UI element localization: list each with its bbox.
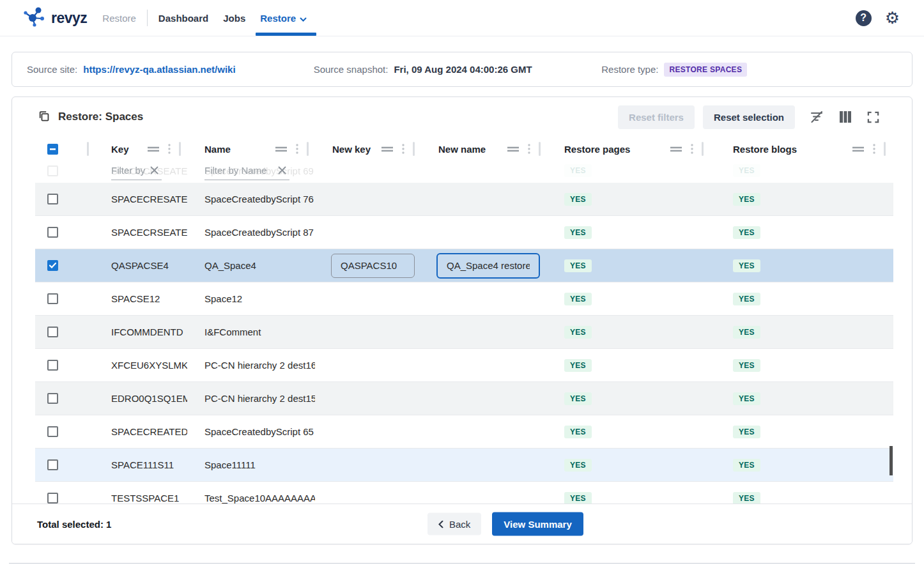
page-bottom-divider xyxy=(9,563,915,564)
clear-sort-icon[interactable] xyxy=(809,110,824,124)
row-name: Space11111 xyxy=(204,459,256,470)
row-checkbox[interactable] xyxy=(47,194,58,204)
fullscreen-icon[interactable] xyxy=(866,111,880,124)
row-checkbox[interactable] xyxy=(47,393,58,404)
drag-handle-icon[interactable] xyxy=(275,146,288,152)
row-name: Test_Space10AAAAAAAAAA xyxy=(204,493,315,504)
table-row[interactable]: XFCEU6XYSLMKC PC-CN hierarchy 2 dest16 Y… xyxy=(35,349,893,382)
restore-blogs-badge: YES xyxy=(733,326,760,339)
table-row[interactable]: SPACE111S11 Space11111 YES YES xyxy=(35,449,893,482)
brand-name: revyz xyxy=(51,10,87,27)
help-icon[interactable]: ? xyxy=(856,10,872,26)
restore-type-label: Restore type: xyxy=(601,64,658,75)
columns-icon[interactable] xyxy=(838,111,852,123)
key-filter-input[interactable] xyxy=(111,165,150,176)
column-divider[interactable] xyxy=(539,142,541,156)
row-checkbox[interactable] xyxy=(47,426,58,437)
column-divider[interactable] xyxy=(179,142,181,156)
row-key: SPACSE12 xyxy=(111,293,160,304)
clear-key-filter-icon[interactable] xyxy=(150,165,159,175)
table-row[interactable]: SPACECRESATED SpaceCreatedbyScript 76 YE… xyxy=(35,183,893,216)
row-name: SpaceCreatedbyScript 65 xyxy=(204,426,314,437)
new-name-input[interactable] xyxy=(436,253,540,279)
table-row[interactable]: SPACSE12 Space12 YES YES xyxy=(35,282,893,316)
filter-row: SPACECRSEATED SpaceCreatedbyScript 69 YE… xyxy=(35,158,893,183)
drag-handle-icon[interactable] xyxy=(852,146,865,152)
restore-pages-badge: YES xyxy=(564,259,592,272)
row-checkbox[interactable] xyxy=(47,260,58,271)
restore-type-group: Restore type: RESTORE SPACES xyxy=(601,63,912,77)
spaces-copy-icon xyxy=(37,109,50,125)
table-row[interactable]: SPACECRSEATED SpaceCreatedbyScript 87 YE… xyxy=(35,216,893,249)
row-checkbox[interactable] xyxy=(47,459,58,470)
column-menu-icon[interactable] xyxy=(873,144,875,154)
column-divider[interactable] xyxy=(307,142,309,156)
table-row[interactable]: SPACECREATEDB SpaceCreatedbyScript 65 YE… xyxy=(35,415,893,449)
column-menu-icon[interactable] xyxy=(296,144,298,154)
tab-restore[interactable]: Restore xyxy=(260,0,307,36)
restore-blogs-badge: YES xyxy=(733,459,760,472)
row-name: Space12 xyxy=(204,293,242,304)
row-checkbox[interactable] xyxy=(47,227,58,238)
tab-jobs[interactable]: Jobs xyxy=(223,0,245,36)
restore-blogs-badge: YES xyxy=(733,392,760,405)
chevron-left-icon xyxy=(438,520,443,528)
settings-gear-icon[interactable]: ⚙ xyxy=(885,10,900,26)
row-key: TESTSSPACE1 xyxy=(111,493,179,504)
row-name: SpaceCreatedbyScript 76 xyxy=(204,194,314,204)
table-row[interactable]: EDRO0Q1SQ1EMI PC-CN hierarchy 2 dest15 Y… xyxy=(35,382,893,415)
breadcrumb[interactable]: Restore xyxy=(102,13,136,24)
nav-divider xyxy=(147,10,148,26)
row-checkbox[interactable] xyxy=(47,327,58,337)
column-divider[interactable] xyxy=(413,142,415,156)
restore-pages-badge: YES xyxy=(564,193,592,206)
drag-handle-icon[interactable] xyxy=(507,146,520,152)
row-key: SPACECRESATED xyxy=(111,194,187,204)
tab-restore-label: Restore xyxy=(260,13,296,24)
column-header-restore-pages: Restore pages xyxy=(547,142,710,156)
reset-filters-button[interactable]: Reset filters xyxy=(618,105,695,129)
tab-dashboard[interactable]: Dashboard xyxy=(158,0,208,36)
clear-name-filter-icon[interactable] xyxy=(277,165,287,175)
restore-blogs-badge: YES xyxy=(733,492,760,505)
table-row[interactable]: QASPACSE4 QA_Space4 YES YES xyxy=(35,249,893,282)
drag-handle-icon[interactable] xyxy=(381,146,394,152)
column-menu-icon[interactable] xyxy=(402,144,404,154)
name-filter-input[interactable] xyxy=(204,165,277,176)
row-checkbox[interactable] xyxy=(47,360,58,371)
row-name: QA_Space4 xyxy=(204,260,256,271)
source-site-link[interactable]: https://revyz-qa.atlassian.net/wiki xyxy=(83,64,235,75)
restore-pages-badge: YES xyxy=(564,226,592,239)
column-divider xyxy=(87,142,89,156)
row-name: PC-CN hierarchy 2 dest16 xyxy=(204,360,315,371)
select-all-checkbox[interactable] xyxy=(47,144,58,155)
column-menu-icon[interactable] xyxy=(691,144,693,154)
restore-pages-badge: YES xyxy=(564,293,592,305)
row-name: PC-CN hierarchy 2 dest15 xyxy=(204,393,315,404)
drag-handle-icon[interactable] xyxy=(670,146,682,152)
brand[interactable]: revyz xyxy=(22,4,87,31)
row-checkbox[interactable] xyxy=(47,493,58,504)
column-header-restore-blogs: Restore blogs xyxy=(710,142,892,156)
row-key: SPACECREATEDB xyxy=(111,426,187,437)
reset-selection-button[interactable]: Reset selection xyxy=(703,105,795,129)
total-selected-value: 1 xyxy=(106,519,111,530)
drag-handle-icon[interactable] xyxy=(147,146,160,152)
view-summary-button[interactable]: View Summary xyxy=(492,512,583,536)
back-button[interactable]: Back xyxy=(427,513,481,535)
column-divider[interactable] xyxy=(702,142,704,156)
table-row[interactable]: TESTSSPACE1 Test_Space10AAAAAAAAAA YES Y… xyxy=(35,482,893,506)
column-divider[interactable] xyxy=(884,142,886,156)
table-row[interactable]: IFCOMMDENTD I&FComment YES YES xyxy=(35,316,893,349)
restore-pages-badge: YES xyxy=(564,492,592,505)
row-key: EDRO0Q1SQ1EMI xyxy=(111,393,187,404)
column-menu-icon[interactable] xyxy=(168,144,171,154)
revyz-logo-icon xyxy=(22,4,47,31)
column-menu-icon[interactable] xyxy=(528,144,530,154)
vertical-scrollbar-thumb[interactable] xyxy=(889,446,893,475)
restore-pages-badge: YES xyxy=(564,359,592,372)
new-key-input[interactable] xyxy=(331,254,415,278)
row-checkbox[interactable] xyxy=(47,293,58,304)
restore-blogs-badge: YES xyxy=(733,259,760,272)
restore-blogs-badge: YES xyxy=(733,293,760,305)
